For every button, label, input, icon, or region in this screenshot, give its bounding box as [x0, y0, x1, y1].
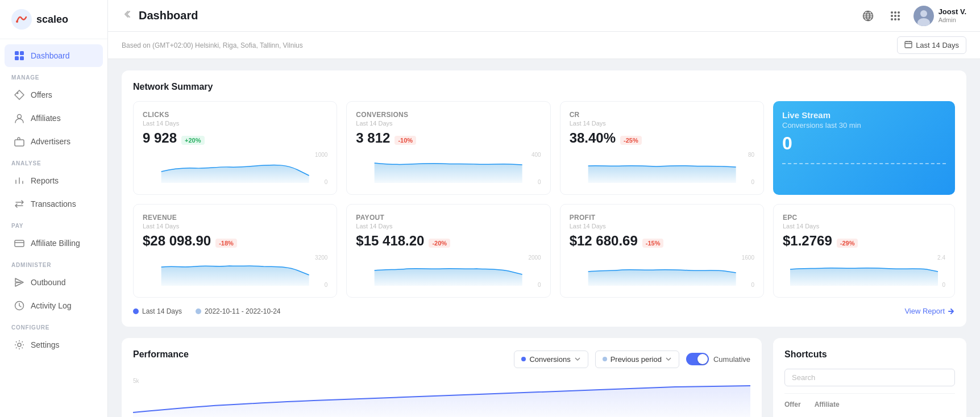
cumulative-toggle[interactable]	[686, 353, 709, 365]
tag-icon	[14, 89, 25, 101]
metric-live-stream-value-row: 0	[782, 133, 946, 154]
sidebar-item-label: Offers	[31, 90, 52, 99]
metric-cr: CR Last 14 Days 38.40% -25% 80	[560, 101, 764, 195]
sidebar-item-label: Outbound	[31, 278, 66, 287]
metrics-row-1: Clicks Last 14 Days 9 928 +20% 1000	[133, 101, 955, 195]
previous-period-select[interactable]: Previous period	[595, 351, 679, 368]
page-title: Dashboard	[139, 9, 198, 22]
sidebar-item-dashboard[interactable]: Dashboard	[5, 44, 103, 67]
svg-point-7	[18, 115, 22, 119]
revenue-chart: 3200 0	[143, 255, 327, 288]
performance-title: Performance	[133, 349, 189, 360]
sidebar-item-transactions[interactable]: Transactions	[5, 193, 103, 215]
sidebar-item-affiliates[interactable]: Affiliates	[5, 107, 103, 130]
metrics-row-2: Revenue Last 14 Days $28 098.90 -18% 320…	[133, 204, 955, 298]
metric-conversions-label: Conversions	[356, 111, 541, 119]
metric-payout-label: Payout	[356, 214, 541, 222]
globe-button[interactable]	[859, 7, 877, 25]
live-stream-dashes	[782, 163, 946, 169]
user-menu[interactable]: Joost V. Admin	[913, 6, 966, 26]
shortcuts-card: Shortcuts Search Offer Affiliate	[773, 338, 966, 417]
sidebar-item-outbound[interactable]: Outbound	[5, 271, 103, 294]
conversions-select-label: Conversions	[529, 355, 570, 364]
view-report-text: View Report	[904, 307, 945, 315]
payout-chart-min: 0	[538, 282, 541, 288]
legend-item-current: Last 14 Days	[133, 307, 182, 315]
metric-profit-value: $12 680.69	[570, 233, 638, 249]
sidebar-item-activity-log[interactable]: Activity Log	[5, 294, 103, 317]
shortcuts-title: Shortcuts	[784, 349, 955, 360]
clicks-chart: 1000 0	[143, 152, 327, 185]
metric-clicks-period: Last 14 Days	[143, 120, 327, 127]
metric-profit-label: Profit	[570, 214, 754, 222]
metric-epc-value-row: $1.2769 -29%	[783, 233, 945, 249]
content-area: Network Summary Clicks Last 14 Days 9 92…	[108, 59, 980, 417]
sidebar: scaleo Dashboard MANAGE Offers	[0, 0, 108, 417]
metric-cr-period: Last 14 Days	[570, 120, 754, 127]
legend-dot-current	[133, 308, 139, 314]
svg-rect-4	[15, 56, 19, 60]
logo-text: scaleo	[36, 14, 68, 26]
svg-point-20	[894, 18, 896, 20]
logo[interactable]: scaleo	[0, 0, 107, 39]
conversions-dot	[521, 357, 526, 361]
sidebar-item-label: Dashboard	[31, 51, 70, 60]
svg-rect-8	[15, 140, 24, 146]
metric-profit-period: Last 14 Days	[570, 223, 754, 230]
conversions-chart-min: 0	[538, 179, 541, 185]
previous-period-label: Previous period	[611, 355, 662, 364]
metric-payout-value: $15 418.20	[356, 233, 424, 249]
metric-conversions: Conversions Last 14 Days 3 812 -10% 400	[346, 101, 550, 195]
revenue-chart-min: 0	[325, 282, 328, 288]
svg-point-14	[894, 11, 896, 14]
cr-chart-min: 0	[751, 179, 754, 185]
metric-cr-value: 38.40%	[570, 130, 616, 146]
sidebar-section-administer: ADMINISTER	[0, 255, 107, 270]
apps-button[interactable]	[886, 7, 904, 25]
cr-chart: 80 0	[570, 152, 754, 185]
svg-rect-2	[15, 51, 19, 55]
send-icon	[14, 277, 25, 288]
sidebar-item-label: Activity Log	[31, 301, 72, 310]
date-range-button[interactable]: Last 14 Days	[897, 36, 966, 54]
metric-payout-period: Last 14 Days	[356, 223, 541, 230]
main-area: Dashboard	[108, 0, 980, 417]
legend-label-current: Last 14 Days	[142, 307, 182, 315]
repeat-icon	[14, 198, 25, 210]
date-range-label: Last 14 Days	[916, 41, 959, 49]
sidebar-item-label: Transactions	[31, 199, 76, 208]
sidebar-item-settings[interactable]: Settings	[5, 333, 103, 356]
legend-label-previous: 2022-10-11 - 2022-10-24	[205, 307, 280, 315]
sidebar-item-advertisers[interactable]: Advertisers	[5, 130, 103, 153]
metric-revenue: Revenue Last 14 Days $28 098.90 -18% 320…	[133, 204, 337, 298]
briefcase-icon	[14, 136, 25, 147]
metric-epc-value: $1.2769	[783, 233, 832, 249]
metric-revenue-value-row: $28 098.90 -18%	[143, 233, 327, 249]
shortcuts-search-wrap[interactable]: Search	[784, 369, 955, 386]
svg-point-18	[898, 15, 900, 17]
metric-epc-badge: -29%	[837, 239, 858, 248]
sidebar-item-offers[interactable]: Offers	[5, 84, 103, 106]
clock-icon	[14, 300, 25, 311]
sidebar-item-reports[interactable]: Reports	[5, 169, 103, 192]
view-report-link[interactable]: View Report	[904, 307, 955, 315]
svg-point-11	[18, 343, 21, 347]
shortcuts-col-affiliate: Affiliate	[815, 401, 840, 408]
performance-card: Performance Conversions Previous period	[122, 338, 762, 417]
metric-revenue-label: Revenue	[143, 214, 327, 222]
epc-chart-max: 2.4	[937, 255, 945, 261]
dashboard-content: Network Summary Clicks Last 14 Days 9 92…	[108, 59, 980, 417]
cr-chart-max: 80	[748, 152, 754, 158]
clicks-chart-min: 0	[325, 179, 328, 185]
back-button[interactable]	[122, 9, 132, 22]
metric-live-stream: Live Stream Conversions last 30 min 0	[773, 101, 955, 195]
toggle-thumb	[697, 354, 708, 364]
profit-chart-max: 1600	[742, 255, 754, 261]
sidebar-item-affiliate-billing[interactable]: Affiliate Billing	[5, 232, 103, 255]
legend-dot-previous	[196, 308, 201, 314]
metric-clicks-badge: +20%	[181, 136, 204, 145]
metric-live-stream-value: 0	[782, 133, 792, 154]
conversions-select[interactable]: Conversions	[514, 351, 588, 368]
user-info: Joost V. Admin	[939, 7, 966, 24]
timezone-text: Based on (GMT+02:00) Helsinki, Riga, Sof…	[122, 41, 303, 49]
